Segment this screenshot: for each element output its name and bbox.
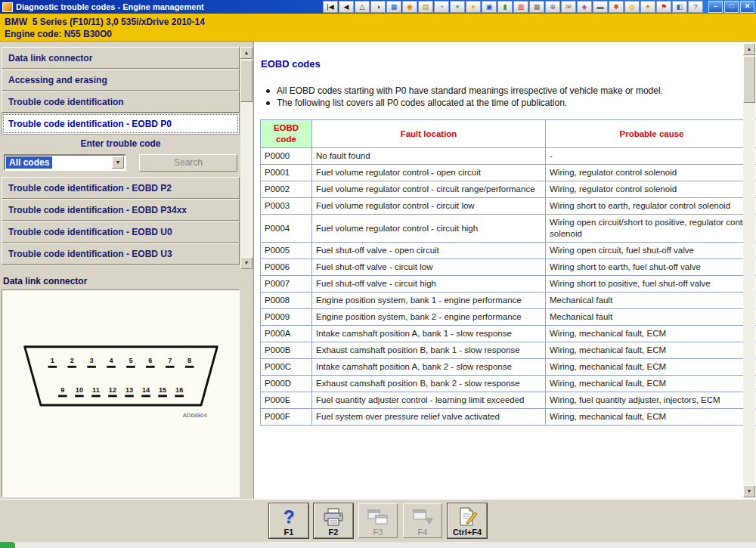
code-filter-dropdown[interactable]: All codes ▼ (4, 154, 126, 171)
connector-pin (165, 366, 174, 368)
sidebar-item[interactable]: Trouble code identification - EOBD P2 (2, 177, 240, 199)
sidebar-item[interactable]: Trouble code identification (2, 91, 240, 113)
cell-code: P0004 (261, 215, 312, 243)
document-pencil-icon (448, 506, 486, 528)
sidebar-scrollbar[interactable]: ▲ ▼ (240, 47, 253, 269)
cell-cause: Wiring open circuit, fuel shut-off valve (546, 243, 756, 259)
bulb-icon[interactable]: ◍ (624, 1, 640, 13)
close-button[interactable]: ✕ (740, 1, 754, 13)
spark-plug-icon[interactable]: ✶ (450, 1, 465, 13)
sidebar-item[interactable]: Trouble code identification - EOBD P34xx (2, 199, 240, 221)
cell-cause: Wiring, mechanical fault, ECM (546, 342, 756, 359)
scroll-up-icon[interactable]: ▲ (743, 43, 755, 55)
warning-icon[interactable]: △ (355, 1, 370, 13)
app-icon (2, 2, 13, 12)
connector-pin-number: 14 (141, 386, 150, 394)
cell-fault: Fuel system over pressure relief valve a… (312, 409, 546, 426)
lock-icon[interactable]: ◧ (672, 1, 687, 13)
edit-document-button[interactable]: Ctrl+F4 (448, 503, 487, 538)
save-icon[interactable]: ▣ (482, 1, 497, 13)
help-button[interactable]: ? F1 (269, 503, 308, 538)
settings-icon[interactable]: ✱ (609, 1, 624, 13)
main-scrollbar[interactable]: ▲ ▼ (743, 43, 755, 497)
table-row: P0002Fuel volume regulator control - cir… (261, 181, 756, 198)
scroll-down-icon[interactable]: ▼ (240, 257, 253, 269)
battery-icon[interactable]: ▤ (418, 1, 433, 13)
obd-connector-diagram: 12345678910111213141516 AD68804 (11, 322, 231, 424)
connector-pin-number: 11 (92, 386, 100, 394)
scrollbar-thumb[interactable] (240, 60, 253, 102)
connector-pin-number: 16 (175, 386, 183, 394)
bullet-text: The following list covers all P0 codes a… (277, 97, 567, 109)
connector-pin-number: 4 (109, 357, 113, 364)
cell-fault: Fuel quantity adjuster control - learnin… (312, 392, 546, 409)
window-title: Diagnostic trouble codes - Engine manage… (16, 2, 204, 11)
manual-icon[interactable]: ▥ (513, 1, 528, 13)
printer-icon[interactable]: ▬ (593, 1, 608, 13)
table-row: P0005Fuel shut-off valve - open circuitW… (261, 243, 756, 259)
contrast-icon[interactable]: ◑ (370, 1, 386, 13)
header-eobd-code: EOBD code (261, 120, 312, 148)
sidebar-item[interactable]: Trouble code identification - EOBD U3 (2, 243, 240, 265)
cell-cause: Mechanical fault (546, 293, 756, 309)
calculator-icon[interactable]: ▦ (529, 1, 544, 13)
sidebar-item[interactable]: Accessing and erasing (2, 69, 240, 91)
table-row: P0004Fuel volume regulator control - cir… (261, 215, 756, 243)
cell-code: P000E (261, 392, 312, 409)
globe-icon[interactable]: ⊕ (545, 1, 560, 13)
scrollbar-thumb[interactable] (743, 56, 755, 103)
scroll-down-icon[interactable]: ▼ (743, 485, 755, 497)
connector-pin-number: 2 (70, 357, 73, 364)
windows-icon (359, 506, 397, 528)
help-question-icon: ? (270, 506, 308, 528)
sidebar-item[interactable]: Trouble code identification - EOBD U0 (2, 221, 240, 243)
footer-toolbar: ? F1 F2 (0, 499, 756, 542)
parts-icon[interactable]: ◈ (577, 1, 592, 13)
connector-pin-number: 15 (159, 386, 166, 394)
nav-first-icon[interactable]: |◀ (323, 1, 338, 13)
button-label: F3 (359, 528, 397, 537)
connector-pin (48, 366, 57, 368)
cell-cause: Wiring short to positive, fuel shut-off … (546, 276, 756, 293)
window-switch-button: F3 (358, 503, 398, 538)
minimize-button[interactable]: – (708, 1, 723, 13)
table-header-row: EOBD code Fault location Probable cause (261, 120, 756, 148)
oil-icon[interactable]: ● (466, 1, 481, 13)
clock-icon[interactable]: ◔ (434, 1, 449, 13)
scroll-up-icon[interactable]: ▲ (240, 47, 253, 59)
flag-icon[interactable]: ⚑ (656, 1, 671, 13)
connector-pin-number: 6 (148, 357, 152, 364)
sidebar-item[interactable]: Data link connector (2, 47, 240, 69)
mail-icon[interactable]: ✉ (561, 1, 576, 13)
chart-icon[interactable]: ▮ (497, 1, 513, 13)
table-row: P0006Fuel shut-off valve - circuit lowWi… (261, 259, 756, 276)
header-fault-location: Fault location (312, 120, 546, 148)
monitor-icon[interactable]: ▦ (386, 1, 401, 13)
eobd-codes-table: EOBD code Fault location Probable cause … (260, 119, 756, 426)
trouble-code-search-row: All codes ▼ Search (2, 152, 240, 175)
sidebar-item-eobd-p0-selected[interactable]: Trouble code identification - EOBD P0 (2, 113, 240, 135)
cell-cause: Mechanical fault (546, 309, 756, 326)
nav-group-bottom: Trouble code identification - EOBD P2Tro… (2, 177, 240, 265)
cd-rom-icon[interactable]: ◉ (402, 1, 417, 13)
print-button[interactable]: F2 (314, 503, 353, 538)
nav-back-icon[interactable]: ◀ (339, 1, 354, 13)
bullet-item: The following list covers all P0 codes a… (266, 97, 735, 109)
cell-code: P0002 (261, 181, 312, 198)
cell-code: P0009 (261, 309, 312, 326)
table-row: P0009Engine position system, bank 2 - en… (261, 309, 756, 326)
table-row: P000FFuel system over pressure relief va… (261, 409, 756, 426)
cell-fault: Fuel volume regulator control - open cir… (312, 165, 546, 181)
cell-fault: Engine position system, bank 2 - engine … (312, 309, 546, 326)
search-button[interactable]: Search (139, 154, 237, 172)
cell-code: P0007 (261, 276, 312, 293)
cell-cause: Wiring short to earth, regulator control… (546, 198, 756, 215)
chevron-down-icon[interactable]: ▼ (112, 156, 124, 169)
maximize-button[interactable]: □ (724, 1, 739, 13)
bullet-icon (266, 89, 270, 93)
table-row: P0000No fault found- (261, 148, 756, 165)
key-icon[interactable]: ✦ (640, 1, 655, 13)
header-probable-cause: Probable cause (546, 120, 756, 148)
help-icon[interactable]: ? (688, 1, 703, 13)
cell-cause: Wiring open circuit/short to positive, r… (546, 215, 756, 243)
